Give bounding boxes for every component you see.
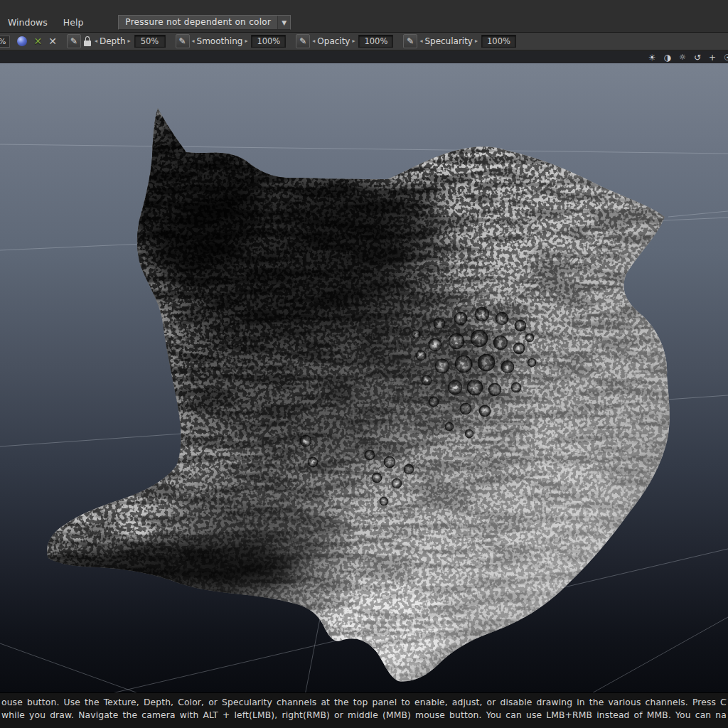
status-bar: ouse button. Use the Texture, Depth, Col… [0, 692, 728, 728]
channel-specularity: ✎ ◂ Specularity ▸ 100% [403, 34, 516, 48]
viewport-3d[interactable] [0, 63, 728, 692]
chevron-down-icon[interactable]: ▼ [277, 16, 290, 29]
pressure-dropdown-value: Pressure not dependent on color [119, 16, 277, 29]
arrow-left-icon: ◂ [312, 38, 315, 44]
move-icon[interactable]: + [709, 53, 716, 62]
pencil-icon[interactable]: ✎ [67, 34, 81, 48]
pencil-icon[interactable]: ✎ [176, 34, 190, 48]
clipped-icon[interactable]: ☉ [724, 53, 728, 62]
brightness-icon[interactable]: ☀ [648, 53, 656, 62]
channel-specularity-value[interactable]: 100% [481, 35, 516, 48]
pressure-dropdown[interactable]: Pressure not dependent on color ▼ [118, 15, 291, 30]
arrow-left-icon: ◂ [419, 38, 422, 44]
arrow-right-icon: ▸ [245, 38, 247, 44]
arrow-right-icon: ▸ [475, 38, 478, 44]
viewport-canvas [0, 63, 728, 692]
channel-depth: ✎ ◂ Depth ▸ 50% [67, 34, 166, 48]
channel-depth-value[interactable]: 50% [134, 35, 166, 48]
channel-specularity-label[interactable]: Specularity [424, 36, 473, 46]
menu-row: Windows Help Pressure not dependent on c… [0, 14, 291, 31]
menu-bar: Windows Help Pressure not dependent on c… [0, 0, 728, 33]
menu-help[interactable]: Help [55, 14, 92, 31]
rotate-icon[interactable]: ↺ [694, 53, 701, 62]
close-x-icon[interactable]: ✕ [48, 36, 57, 46]
arrow-left-icon: ◂ [95, 38, 97, 44]
light-icon[interactable]: ☼ [679, 53, 686, 61]
brush-x-icon[interactable]: ✕ [33, 36, 42, 46]
channel-smoothing-label[interactable]: Smoothing [197, 36, 243, 46]
channel-opacity: ✎ ◂ Opacity ▸ 100% [296, 34, 393, 48]
arrow-left-icon: ◂ [192, 38, 195, 44]
channel-opacity-value[interactable]: 100% [358, 35, 393, 48]
viewport-toolbar: ☀ ◑ ☼ ↺ + ☉ [0, 51, 728, 63]
pencil-icon[interactable]: ✎ [403, 34, 417, 48]
tool-bar: % ✕ ✕ ✎ ◂ Depth ▸ 50% ✎ ◂ Smoothing ▸ 10… [0, 33, 728, 50]
channel-opacity-label[interactable]: Opacity [317, 36, 350, 46]
contrast-icon[interactable]: ◑ [664, 53, 671, 62]
pencil-icon[interactable]: ✎ [296, 34, 310, 48]
channel-smoothing-value[interactable]: 100% [251, 35, 286, 48]
status-line-2: while you draw. Navigate the camera with… [1, 709, 727, 722]
app-window: Windows Help Pressure not dependent on c… [0, 0, 728, 728]
menu-windows[interactable]: Windows [0, 14, 55, 31]
arrow-right-icon: ▸ [128, 38, 131, 44]
lock-icon[interactable] [84, 36, 92, 46]
clipped-percent-value: % [0, 36, 10, 48]
status-line-1: ouse button. Use the Texture, Depth, Col… [1, 696, 727, 709]
arrow-right-icon: ▸ [352, 38, 355, 44]
toolbar-icons: ✕ ✕ [17, 36, 56, 46]
channel-depth-label[interactable]: Depth [100, 36, 126, 46]
channel-smoothing: ✎ ◂ Smoothing ▸ 100% [176, 34, 287, 48]
material-sphere-icon[interactable] [17, 36, 27, 46]
sculpt-model[interactable] [28, 92, 693, 692]
